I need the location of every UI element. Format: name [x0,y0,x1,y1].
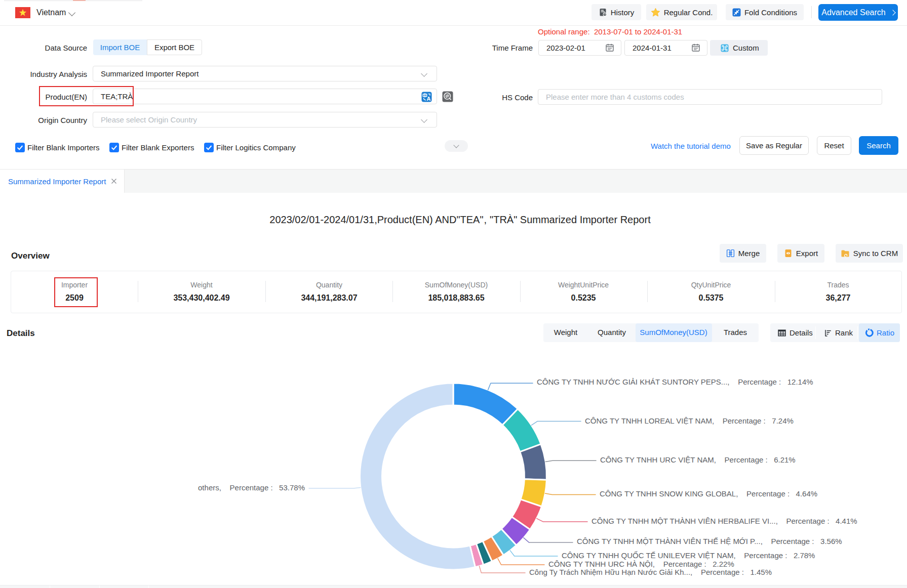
svg-text:CÔNG TY TNHH MỘT THÀNH VIÊN TH: CÔNG TY TNHH MỘT THÀNH VIÊN THẾ HỆ MỚI P… [577,537,842,545]
svg-text:Công Ty Trách Nhiệm Hữu Hạn Nư: Công Ty Trách Nhiệm Hữu Hạn Nước Giải Kh… [529,568,772,576]
svg-text:CÔNG TY TNHH SNOW KING GLOBAL,: CÔNG TY TNHH SNOW KING GLOBAL, Percentag… [600,489,817,498]
svg-text:CÔNG TY TNHH URC VIỆT NAM,: CÔNG TY TNHH URC VIỆT NAM, Percentage : … [600,455,796,464]
svg-text:CÔNG TY TNHH URC HÀ NỘI, Pe: CÔNG TY TNHH URC HÀ NỘI, Percentage : 2.… [548,560,734,568]
svg-text:others, Percentage : 53.7: others, Percentage : 53.78% [198,483,305,492]
svg-text:CÔNG TY TNHH QUỐC TẾ UNILEVER: CÔNG TY TNHH QUỐC TẾ UNILEVER VIỆT NAM, … [562,551,815,560]
svg-text:CÔNG TY TNHH NƯỚC GIẢI KHÁT SU: CÔNG TY TNHH NƯỚC GIẢI KHÁT SUNTORY PEPS… [537,377,813,386]
svg-text:CÔNG TY TNHH MỘT THÀNH VIÊN HE: CÔNG TY TNHH MỘT THÀNH VIÊN HERBALIFE VI… [591,517,857,525]
svg-text:A: A [427,96,431,102]
svg-text:CÔNG TY TNHH LOREAL VIỆT NAM,: CÔNG TY TNHH LOREAL VIỆT NAM, Percentage… [585,416,794,425]
